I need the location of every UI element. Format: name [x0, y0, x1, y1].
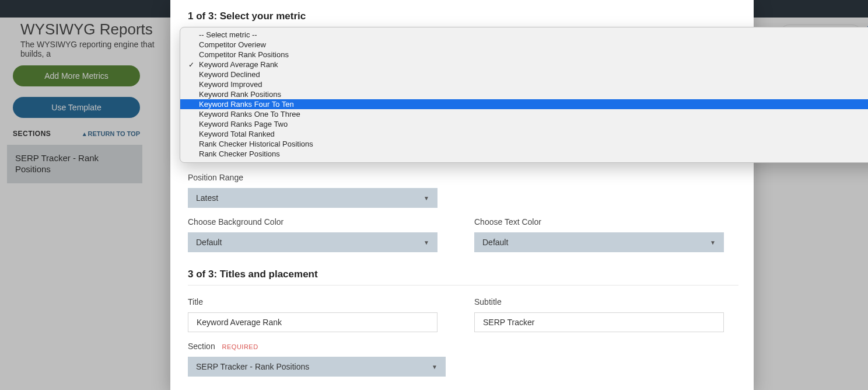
metric-option-keyword-ranks-one-to-three[interactable]: Keyword Ranks One To Three: [180, 109, 868, 119]
position-range-label: Position Range: [188, 173, 738, 182]
metric-option-rank-checker-positions[interactable]: Rank Checker Positions: [180, 149, 868, 159]
metric-option-keyword-ranks-page-two[interactable]: Keyword Ranks Page Two: [180, 119, 868, 129]
metric-dropdown-list[interactable]: -- Select metric -- Competitor Overiew C…: [180, 27, 868, 163]
metric-option-keyword-average-rank[interactable]: ✓Keyword Average Rank: [180, 60, 868, 69]
title-input[interactable]: [188, 312, 438, 332]
metric-option-keyword-rank-positions[interactable]: Keyword Rank Positions: [180, 89, 868, 99]
position-range-select[interactable]: Latest ▼: [188, 188, 438, 208]
metric-option-placeholder[interactable]: -- Select metric --: [180, 30, 868, 40]
step-1-title: 1 of 3: Select your metric: [188, 11, 736, 22]
metric-option-keyword-ranks-four-to-ten[interactable]: Keyword Ranks Four To Ten: [180, 99, 868, 109]
required-badge: REQUIRED: [222, 343, 258, 350]
chevron-down-icon: ▼: [432, 364, 438, 370]
chevron-down-icon: ▼: [424, 195, 429, 201]
bg-color-label: Choose Background Color: [188, 217, 452, 227]
section-select[interactable]: SERP Tracker - Rank Positions ▼: [188, 357, 446, 377]
check-icon: ✓: [188, 61, 194, 69]
bg-color-value: Default: [196, 238, 222, 247]
text-color-value: Default: [482, 238, 508, 247]
chevron-down-icon: ▼: [424, 239, 429, 246]
step-3-title: 3 of 3: Titles and placement: [188, 269, 738, 280]
metric-option-label: Keyword Average Rank: [199, 60, 278, 69]
section-label-text: Section: [188, 342, 215, 351]
bg-color-select[interactable]: Default ▼: [188, 232, 438, 252]
section-field-label: Section REQUIRED: [188, 342, 738, 351]
metric-option-rank-checker-historical[interactable]: Rank Checker Historical Positions: [180, 139, 868, 149]
metric-option-competitor-overview[interactable]: Competitor Overiew: [180, 40, 868, 50]
title-field-label: Title: [188, 297, 452, 307]
metric-option-keyword-declined[interactable]: Keyword Declined: [180, 69, 868, 79]
position-range-value: Latest: [196, 193, 218, 203]
metric-config-modal: 1 of 3: Select your metric -- Select met…: [170, 0, 754, 390]
subtitle-input[interactable]: [474, 312, 724, 332]
subtitle-field-label: Subtitle: [474, 297, 738, 307]
text-color-select[interactable]: Default ▼: [474, 232, 724, 252]
section-value: SERP Tracker - Rank Positions: [196, 362, 309, 371]
metric-option-keyword-total-ranked[interactable]: Keyword Total Ranked: [180, 129, 868, 139]
metric-option-competitor-rank-positions[interactable]: Competitor Rank Positions: [180, 50, 868, 60]
metric-option-keyword-improved[interactable]: Keyword Improved: [180, 79, 868, 89]
chevron-down-icon: ▼: [710, 239, 716, 246]
text-color-label: Choose Text Color: [474, 217, 738, 227]
divider: [188, 285, 738, 285]
